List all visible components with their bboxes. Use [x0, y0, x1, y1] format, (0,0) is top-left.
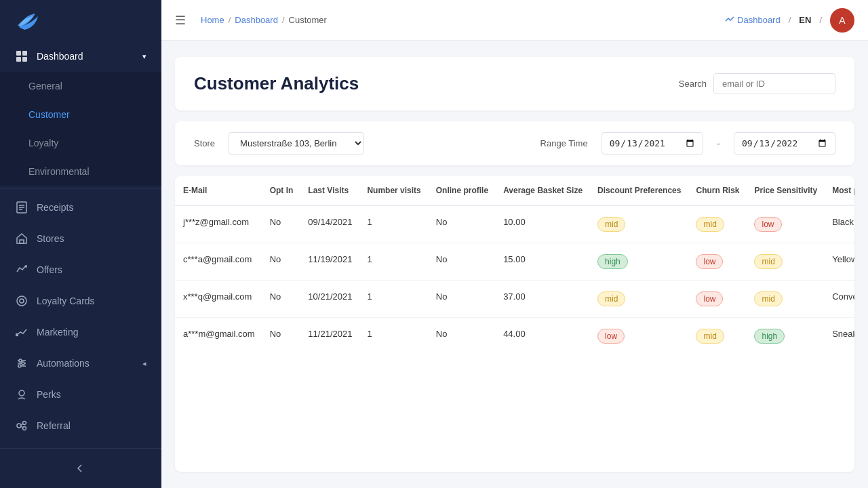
- cell-online-profile: No: [428, 243, 495, 281]
- cell-discount-pref: mid: [589, 205, 688, 243]
- breadcrumb-dashboard[interactable]: Dashboard: [235, 15, 278, 25]
- filter-bar: Store Musterstraße 103, Berlin Range Tim…: [175, 121, 854, 165]
- sidebar-item-loyalty[interactable]: Loyalty: [0, 129, 161, 157]
- sidebar-item-receipts[interactable]: Receipts: [0, 192, 161, 223]
- date-from-input[interactable]: [601, 132, 703, 155]
- environmental-label: Environmental: [28, 166, 146, 177]
- svg-point-20: [23, 422, 26, 425]
- dashboard-chevron-icon: ▾: [142, 52, 146, 61]
- sidebar-item-offers[interactable]: Offers: [0, 254, 161, 285]
- cell-discount-pref: low: [589, 318, 688, 355]
- col-header-price-sensitivity: Price Sensitivity: [746, 176, 824, 205]
- table-row[interactable]: j***z@gmail.com No 09/14/2021 1 No 10.00…: [175, 205, 854, 243]
- sidebar-item-payments[interactable]: Payments Locked: [0, 441, 161, 448]
- date-separator: -: [717, 138, 720, 150]
- automations-chevron-icon: ◂: [142, 359, 146, 368]
- sidebar-item-environmental[interactable]: Environmental: [0, 157, 161, 186]
- svg-point-21: [23, 427, 26, 430]
- table-header-row: E-Mail Opt In Last Visits Number visits …: [175, 176, 854, 205]
- loyalty-label: Loyalty: [28, 138, 146, 148]
- cell-online-profile: No: [428, 281, 495, 318]
- page-content: Customer Analytics Search Store Musterst…: [161, 41, 868, 488]
- hamburger-menu-icon[interactable]: ☰: [175, 13, 186, 28]
- search-input[interactable]: [713, 73, 835, 94]
- sidebar-item-loyalty-cards[interactable]: Loyalty Cards: [0, 285, 161, 317]
- cell-churn-risk: low: [688, 243, 746, 281]
- dashboard-link-icon: [725, 16, 734, 25]
- cell-avg-basket: 15.00: [495, 243, 589, 281]
- user-avatar[interactable]: A: [830, 8, 854, 33]
- dashboard-icon: [15, 49, 28, 63]
- svg-line-23: [21, 426, 23, 428]
- cell-last-visits: 10/21/2021: [300, 281, 359, 318]
- table-wrapper: E-Mail Opt In Last Visits Number visits …: [175, 176, 854, 354]
- cell-email: j***z@gmail.com: [175, 205, 262, 243]
- svg-line-22: [21, 424, 23, 425]
- sidebar-item-automations[interactable]: Automations ◂: [0, 348, 161, 379]
- page-header-card: Customer Analytics Search: [175, 57, 854, 110]
- sidebar-item-general[interactable]: General: [0, 72, 161, 100]
- topbar-sep-2: /: [819, 15, 822, 25]
- date-to-input[interactable]: [734, 132, 835, 155]
- table-row[interactable]: a***m@gmail.com No 11/21/2021 1 No 44.00…: [175, 318, 854, 355]
- sidebar-item-stores[interactable]: Stores: [0, 223, 161, 254]
- cell-churn-risk: mid: [688, 205, 746, 243]
- perks-icon: [15, 388, 28, 401]
- sidebar: Dashboard ▾ General Customer Loyalty Env…: [0, 0, 161, 488]
- table-body: j***z@gmail.com No 09/14/2021 1 No 10.00…: [175, 205, 854, 354]
- sidebar-item-perks[interactable]: Perks: [0, 379, 161, 410]
- cell-number-visits: 1: [359, 281, 427, 318]
- svg-point-9: [17, 296, 26, 306]
- brand-logo-icon: [14, 8, 46, 33]
- sidebar-item-dashboard[interactable]: Dashboard ▾: [0, 41, 161, 72]
- cell-opt-in: No: [262, 243, 300, 281]
- language-selector[interactable]: EN: [799, 15, 811, 25]
- cell-avg-basket: 44.00: [495, 318, 589, 355]
- offers-label: Offers: [37, 264, 146, 275]
- sidebar-bottom: [0, 448, 161, 488]
- stores-icon: [15, 232, 28, 245]
- cell-most-popular: Sneaker: [824, 318, 854, 355]
- col-header-email: E-Mail: [175, 176, 262, 205]
- sidebar-item-referral[interactable]: Referral: [0, 410, 161, 441]
- general-label: General: [28, 81, 146, 92]
- sidebar-collapse-button[interactable]: [0, 455, 161, 481]
- receipts-label: Receipts: [37, 202, 146, 213]
- cell-most-popular: Converse: [824, 281, 854, 318]
- cell-price-sensitivity: mid: [746, 281, 824, 318]
- sidebar-item-marketing[interactable]: Marketing: [0, 317, 161, 348]
- svg-rect-3: [22, 57, 27, 62]
- page-title: Customer Analytics: [194, 73, 359, 94]
- breadcrumb-home[interactable]: Home: [201, 15, 224, 25]
- table-row[interactable]: c***a@gmail.com No 11/19/2021 1 No 15.00…: [175, 243, 854, 281]
- referral-icon: [15, 419, 28, 432]
- loyalty-cards-icon: [15, 294, 28, 308]
- cell-opt-in: No: [262, 205, 300, 243]
- marketing-icon: [15, 325, 28, 339]
- cell-churn-risk: low: [688, 281, 746, 318]
- breadcrumb: Home / Dashboard / Customer: [201, 15, 715, 25]
- customer-label: Customer: [28, 109, 146, 120]
- svg-point-15: [19, 359, 22, 362]
- cell-email: c***a@gmail.com: [175, 243, 262, 281]
- sidebar-item-customer[interactable]: Customer: [0, 100, 161, 129]
- cell-avg-basket: 10.00: [495, 205, 589, 243]
- loyalty-cards-label: Loyalty Cards: [37, 296, 146, 306]
- cell-last-visits: 09/14/2021: [300, 205, 359, 243]
- svg-point-16: [22, 362, 24, 365]
- marketing-label: Marketing: [37, 327, 146, 338]
- table-row[interactable]: x***q@gmail.com No 10/21/2021 1 No 37.00…: [175, 281, 854, 318]
- col-header-most-popular: Most popular items: [824, 176, 854, 205]
- svg-rect-2: [16, 57, 21, 62]
- col-header-last-visits: Last Visits: [300, 176, 359, 205]
- sidebar-divider-1: [0, 188, 161, 189]
- svg-point-19: [17, 424, 21, 428]
- topbar-right: Dashboard / EN / A: [725, 8, 854, 33]
- breadcrumb-current: Customer: [289, 15, 327, 25]
- cell-last-visits: 11/21/2021: [300, 318, 359, 355]
- automations-label: Automations: [37, 358, 134, 369]
- topbar-dashboard-link[interactable]: Dashboard: [725, 15, 781, 25]
- svg-point-11: [16, 334, 18, 336]
- store-select[interactable]: Musterstraße 103, Berlin: [229, 132, 364, 155]
- table-header: E-Mail Opt In Last Visits Number visits …: [175, 176, 854, 205]
